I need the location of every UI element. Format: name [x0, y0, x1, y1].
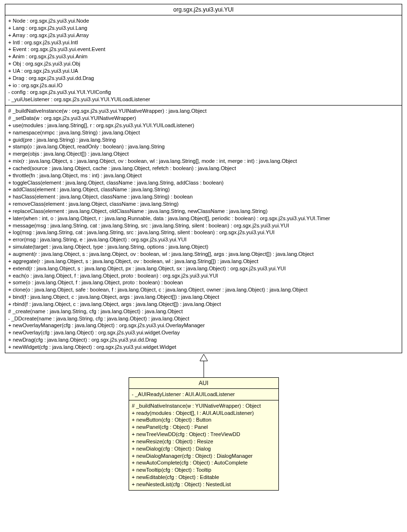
attribute-row: + io : org.sgx.j2s.aui.IO [8, 82, 399, 89]
method-row: # _create(name : java.lang.String, cfg :… [8, 308, 399, 315]
method-row: + toggleClass(element : java.lang.Object… [8, 179, 399, 186]
method-row: + newDrag(cfg : java.lang.Object) : org.… [8, 336, 399, 344]
method-row: + rbind(f : java.lang.Object, c : java.l… [8, 301, 399, 308]
method-row: + newButton(cfg : Object) : Button [132, 416, 276, 424]
attribute-row: + Array : org.sgx.j2s.yui3.yui.Array [8, 32, 399, 39]
method-row: + augment(r : java.lang.Object, s : java… [8, 251, 399, 258]
method-row: + newEditable(cfg : Object) : Editable [132, 474, 276, 481]
method-row: + some(o : java.lang.Object, f : java.la… [8, 279, 399, 286]
method-row: + log(msg : java.lang.String, cat : java… [8, 229, 399, 236]
attribute-row: + Lang : org.sgx.j2s.yui3.yui.Lang [8, 25, 399, 32]
method-row: + hasClass(element : java.lang.Object, c… [8, 193, 399, 200]
attribute-row: + Intl : org.sgx.j2s.yui3.yui.Intl [8, 39, 399, 46]
method-row: + namespace(nmpc : java.lang.String) : j… [8, 129, 399, 136]
method-row: + newTreeViewDD(cfg : Object) : TreeView… [132, 431, 276, 438]
method-row: + clone(o : java.lang.Object, safe : boo… [8, 286, 399, 293]
uml-diagram: org.sgx.j2s.yui3.yui.YUI + Node : org.sg… [0, 0, 407, 494]
method-row: + extend(r : java.lang.Object, s : java.… [8, 265, 399, 272]
method-row: + later(when : int, o : java.lang.Object… [8, 215, 399, 222]
method-row: + replaceClass(element : java.lang.Objec… [8, 208, 399, 215]
method-row: + message(msg : java.lang.String, cat : … [8, 222, 399, 229]
method-row: + cached(source : java.lang.Object, cach… [8, 165, 399, 172]
method-row: + addClass(element : java.lang.Object, c… [8, 186, 399, 193]
class-aui-methods: # _buildNativeInstance(w : YUINativeWrap… [129, 400, 278, 490]
method-row: + each(o : java.lang.Object, f : java.la… [8, 272, 399, 279]
method-row: + newWidget(cfg : java.lang.Object) : or… [8, 344, 399, 351]
method-row: + use(modules : java.lang.String[], r : … [8, 122, 399, 129]
method-row: + removeClass(element : java.lang.Object… [8, 200, 399, 208]
method-row: + newDialog(cfg : Object) : Dialog [132, 445, 276, 452]
class-yui: org.sgx.j2s.yui3.yui.YUI + Node : org.sg… [5, 4, 402, 353]
attribute-row: + Drag : org.sgx.j2s.yui3.yui.dd.Drag [8, 75, 399, 82]
method-row: # _setData(w : org.sgx.j2s.yui3.yui.YUIN… [8, 115, 399, 122]
attribute-row: + Anim : org.sgx.j2s.yui3.yui.Anim [8, 53, 399, 60]
attribute-row: + Obj : org.sgx.j2s.yui3.yui.Obj [8, 60, 399, 67]
method-row: # _buildNativeInstance(w : org.sgx.j2s.y… [8, 107, 399, 115]
method-row: + aggregate(r : java.lang.Object, s : ja… [8, 258, 399, 265]
method-row: + newOverlayManager(cfg : java.lang.Obje… [8, 322, 399, 329]
method-row: + guid(pre : java.lang.String) : java.la… [8, 136, 399, 144]
method-row: + throttle(fn : java.lang.Object, ms : i… [8, 172, 399, 179]
method-row: + newAutoComplete(cfg : Object) : AutoCo… [132, 459, 276, 466]
method-row: + newOverlay(cfg : java.lang.Object) : o… [8, 329, 399, 336]
inheritance-arrow [5, 353, 402, 377]
arrow-icon [197, 353, 211, 377]
method-row: + merge(objs : java.lang.Object[]) : jav… [8, 150, 399, 158]
method-row: - _DDcreate(name : java.lang.String, cfg… [8, 315, 399, 322]
attribute-row: - _AUIReadyListener : AUI.AUILoadListene… [132, 391, 276, 398]
attribute-row: - config : org.sgx.j2s.yui3.yui.YUI.YUIC… [8, 89, 399, 96]
method-row: # _buildNativeInstance(w : YUINativeWrap… [132, 402, 276, 410]
attribute-row: + UA : org.sgx.j2s.yui3.yui.UA [8, 67, 399, 75]
method-row: + simulate(target : java.lang.Object, ty… [8, 243, 399, 251]
method-row: + newNestedList(cfg : Object) : NestedLi… [132, 481, 276, 488]
class-aui: AUI - _AUIReadyListener : AUI.AUILoadLis… [129, 377, 279, 491]
method-row: + ready(modules : Object[], l : AUI.AUIL… [132, 410, 276, 417]
attribute-row: + Node : org.sgx.j2s.yui3.yui.Node [8, 17, 399, 25]
method-row: + bind(f : java.lang.Object, c : java.la… [8, 293, 399, 301]
attribute-row: + Event : org.sgx.j2s.yui3.yui.event.Eve… [8, 46, 399, 53]
class-yui-attributes: + Node : org.sgx.j2s.yui3.yui.Node+ Lang… [5, 15, 402, 106]
class-yui-methods: # _buildNativeInstance(w : org.sgx.j2s.y… [5, 106, 402, 353]
method-row: + newResize(cfg : Object) : Resize [132, 438, 276, 445]
method-row: + mix(r : java.lang.Object, s : java.lan… [8, 158, 399, 165]
class-aui-name: AUI [129, 378, 278, 389]
class-yui-name: org.sgx.j2s.yui3.yui.YUI [5, 4, 402, 15]
method-row: + newPanel(cfg : Object) : Panel [132, 424, 276, 431]
method-row: + error(msg : java.lang.String, e : java… [8, 236, 399, 243]
attribute-row: - _yuiUseListener : org.sgx.j2s.yui3.yui… [8, 96, 399, 103]
method-row: + newDialogManager(cfg : Object) : Dialo… [132, 452, 276, 460]
method-row: + newTooltip(cfg : Object) : Tooltip [132, 466, 276, 474]
svg-marker-0 [200, 354, 208, 361]
method-row: + stamp(o : java.lang.Object, readOnly :… [8, 143, 399, 150]
class-aui-attributes: - _AUIReadyListener : AUI.AUILoadListene… [129, 389, 278, 400]
